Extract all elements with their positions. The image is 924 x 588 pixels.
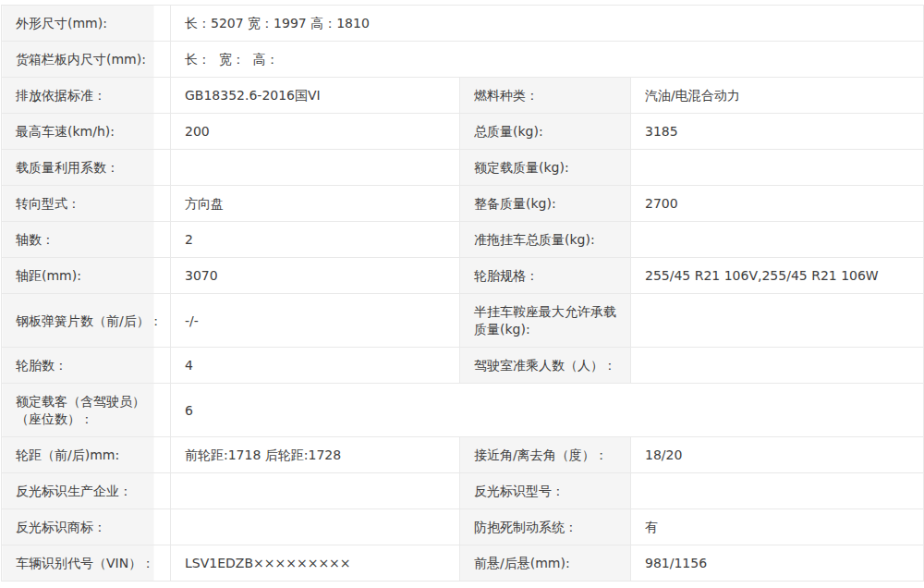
spec-label: 整备质量(kg): xyxy=(460,186,631,222)
spec-value: 981/1156 xyxy=(631,545,924,582)
spec-value: 方向盘 xyxy=(171,186,460,222)
spec-value: LSV1EDZB××××××××× xyxy=(171,545,460,582)
vehicle-spec-page: 外形尺寸(mm):长：5207 宽：1997 高：1810货箱栏板内尺寸(mm)… xyxy=(0,0,924,586)
spec-label: 驾驶室准乘人数（人）： xyxy=(460,348,631,384)
spec-value xyxy=(631,150,924,186)
spec-value xyxy=(171,150,460,186)
spec-label: 最高车速(km/h): xyxy=(2,114,171,150)
spec-row-1: 外形尺寸(mm):长：5207 宽：1997 高：1810 xyxy=(2,6,924,42)
spec-row-10: 轮胎数：4驾驶室准乘人数（人）： xyxy=(2,348,924,384)
spec-label: 前悬/后悬(mm): xyxy=(460,545,631,582)
spec-label: 排放依据标准： xyxy=(2,78,171,114)
spec-label: 轴距(mm): xyxy=(2,258,171,294)
spec-value xyxy=(171,509,460,545)
spec-row-3: 排放依据标准：GB18352.6-2016国VI燃料种类：汽油/电混合动力 xyxy=(2,78,924,114)
spec-value: 3070 xyxy=(171,258,460,294)
spec-label: 额定载质量(kg): xyxy=(460,150,631,186)
spec-label: 轮胎规格： xyxy=(460,258,631,294)
spec-value: 前轮距:1718 后轮距:1728 xyxy=(171,437,460,473)
spec-label: 转向型式： xyxy=(2,186,171,222)
spec-value: 汽油/电混合动力 xyxy=(631,78,924,114)
spec-value xyxy=(631,294,924,348)
spec-value: 6 xyxy=(171,384,924,437)
spec-row-12: 轮距（前/后)mm:前轮距:1718 后轮距:1728接近角/离去角（度）：18… xyxy=(2,437,924,473)
spec-value: 2 xyxy=(171,222,460,258)
spec-value: 255/45 R21 106V,255/45 R21 106W xyxy=(631,258,924,294)
spec-label: 反光标识生产企业： xyxy=(2,473,171,509)
spec-value: 2700 xyxy=(631,186,924,222)
spec-value xyxy=(631,222,924,258)
spec-row-9: 钢板弹簧片数（前/后）：-/-半挂车鞍座最大允许承载质量(kg): xyxy=(2,294,924,348)
spec-value: 200 xyxy=(171,114,460,150)
spec-label: 轮胎数： xyxy=(2,348,171,384)
spec-value: 有 xyxy=(631,509,924,545)
spec-value xyxy=(631,473,924,509)
spec-value: -/- xyxy=(171,294,460,348)
spec-row-6: 转向型式：方向盘整备质量(kg):2700 xyxy=(2,186,924,222)
spec-label: 钢板弹簧片数（前/后）： xyxy=(2,294,171,348)
spec-row-4: 最高车速(km/h):200总质量(kg):3185 xyxy=(2,114,924,150)
spec-label: 轮距（前/后)mm: xyxy=(2,437,171,473)
spec-label: 半挂车鞍座最大允许承载质量(kg): xyxy=(460,294,631,348)
spec-value xyxy=(171,473,460,509)
spec-label: 货箱栏板内尺寸(mm): xyxy=(2,42,171,78)
spec-label: 车辆识别代号（VIN）： xyxy=(2,545,171,582)
spec-row-14: 反光标识商标：防抱死制动系统：有 xyxy=(2,509,924,545)
spec-row-11: 额定载客（含驾驶员）（座位数）：6 xyxy=(2,384,924,437)
spec-row-5: 载质量利用系数：额定载质量(kg): xyxy=(2,150,924,186)
spec-value xyxy=(631,348,924,384)
spec-row-2: 货箱栏板内尺寸(mm):长： 宽： 高： xyxy=(2,42,924,78)
spec-row-7: 轴数：2准拖挂车总质量(kg): xyxy=(2,222,924,258)
spec-label: 反光标识商标： xyxy=(2,509,171,545)
spec-label: 燃料种类： xyxy=(460,78,631,114)
spec-label: 接近角/离去角（度）： xyxy=(460,437,631,473)
spec-label: 反光标识型号： xyxy=(460,473,631,509)
spec-value: GB18352.6-2016国VI xyxy=(171,78,460,114)
spec-value: 长：5207 宽：1997 高：1810 xyxy=(171,6,924,42)
spec-label: 准拖挂车总质量(kg): xyxy=(460,222,631,258)
spec-row-13: 反光标识生产企业：反光标识型号： xyxy=(2,473,924,509)
spec-label: 外形尺寸(mm): xyxy=(2,6,171,42)
spec-label: 总质量(kg): xyxy=(460,114,631,150)
spec-row-8: 轴距(mm):3070轮胎规格：255/45 R21 106V,255/45 R… xyxy=(2,258,924,294)
spec-value: 18/20 xyxy=(631,437,924,473)
spec-row-15: 车辆识别代号（VIN）：LSV1EDZB×××××××××前悬/后悬(mm):9… xyxy=(2,545,924,582)
spec-value: 3185 xyxy=(631,114,924,150)
spec-label: 载质量利用系数： xyxy=(2,150,171,186)
spec-label: 防抱死制动系统： xyxy=(460,509,631,545)
vehicle-spec-table: 外形尺寸(mm):长：5207 宽：1997 高：1810货箱栏板内尺寸(mm)… xyxy=(1,5,924,582)
spec-label: 轴数： xyxy=(2,222,171,258)
spec-value: 长： 宽： 高： xyxy=(171,42,924,78)
spec-label: 额定载客（含驾驶员）（座位数）： xyxy=(2,384,171,437)
spec-value: 4 xyxy=(171,348,460,384)
vehicle-spec-table-body: 外形尺寸(mm):长：5207 宽：1997 高：1810货箱栏板内尺寸(mm)… xyxy=(2,6,924,582)
